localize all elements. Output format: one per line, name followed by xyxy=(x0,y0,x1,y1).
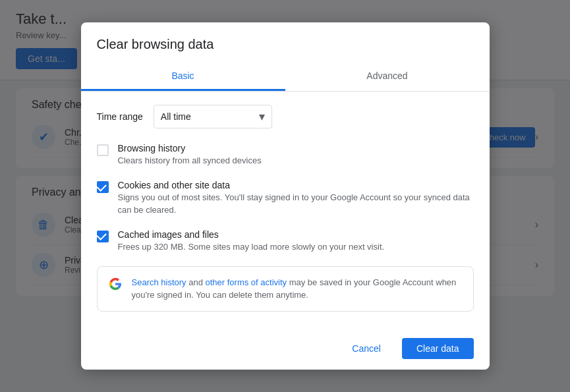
cancel-button[interactable]: Cancel xyxy=(337,338,395,359)
cached-label: Cached images and files xyxy=(118,229,385,240)
dialog-tabs: Basic Advanced xyxy=(81,63,490,92)
google-g-icon xyxy=(108,277,123,291)
cookies-checkbox-wrap xyxy=(97,181,109,193)
info-and-text: and xyxy=(186,277,206,287)
tab-basic[interactable]: Basic xyxy=(81,63,285,91)
info-box: Search history and other forms of activi… xyxy=(97,266,474,312)
dialog-body: Time range All time ▾ Browsing history C… xyxy=(81,92,490,327)
dialog-footer: Cancel Clear data xyxy=(81,327,490,370)
modal-overlay: Clear browsing data Basic Advanced Time … xyxy=(0,0,570,392)
browsing-history-checkbox[interactable] xyxy=(97,144,109,156)
search-history-link[interactable]: Search history xyxy=(132,277,186,287)
cached-item: Cached images and files Frees up 320 MB.… xyxy=(97,229,474,253)
clear-browsing-data-dialog: Clear browsing data Basic Advanced Time … xyxy=(81,22,490,370)
clear-data-button[interactable]: Clear data xyxy=(402,338,474,359)
cached-checkbox-wrap xyxy=(97,231,109,242)
time-range-label: Time range xyxy=(97,111,143,122)
dialog-title: Clear browsing data xyxy=(81,22,490,52)
browsing-history-label: Browsing history xyxy=(118,143,262,154)
browsing-history-desc: Clears history from all synced devices xyxy=(118,155,262,167)
cookies-item: Cookies and other site data Signs you ou… xyxy=(97,180,474,215)
cached-checkbox[interactable] xyxy=(97,231,109,242)
cookies-desc: Signs you out of most sites. You'll stay… xyxy=(118,192,474,215)
other-forms-link[interactable]: other forms of activity xyxy=(206,277,287,287)
time-range-select[interactable]: All time ▾ xyxy=(154,105,272,128)
chevron-down-icon: ▾ xyxy=(259,109,265,124)
browsing-history-item: Browsing history Clears history from all… xyxy=(97,143,474,167)
info-box-text: Search history and other forms of activi… xyxy=(132,276,463,302)
cached-desc: Frees up 320 MB. Some sites may load mor… xyxy=(118,241,385,253)
cookies-label: Cookies and other site data xyxy=(118,180,474,190)
browsing-history-checkbox-wrap xyxy=(97,144,109,156)
tab-advanced[interactable]: Advanced xyxy=(285,63,490,91)
cookies-checkbox[interactable] xyxy=(97,181,109,193)
time-range-row: Time range All time ▾ xyxy=(97,105,474,128)
time-range-value: All time xyxy=(161,111,191,122)
